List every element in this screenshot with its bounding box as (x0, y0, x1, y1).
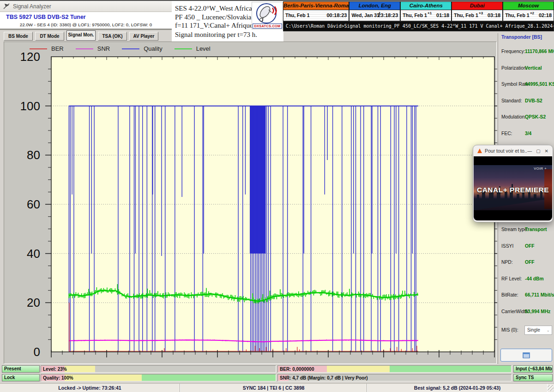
row-label: FEC: (501, 131, 512, 136)
quality-bar: Quality: 100% (41, 374, 276, 381)
svg-text:60: 60 (27, 197, 40, 211)
clock-time-cell: Thu, Feb 1 +1 01:18 (400, 10, 452, 21)
svg-text:120: 120 (20, 50, 40, 64)
popup-title: Pour tout voir et to... (485, 148, 527, 154)
clock-time-cell: Wed, Jan 31 -1 23:18:23 (349, 10, 400, 21)
minimize-button[interactable]: — (527, 148, 532, 154)
satellite-name: SES 4-22.0°W_West Africa (175, 5, 252, 12)
console-path: C:\Users\Roman Dávid>Signal monitoring_P… (283, 21, 554, 31)
transponder-rows-bottom: Stream type: Transport ISSYI OFF NPD: OF… (498, 220, 554, 319)
row-label: BitRate: (501, 292, 518, 297)
transponder-row: RF Level: -44 dBm (498, 270, 554, 286)
svg-text:40: 40 (27, 247, 40, 261)
row-label: Standard: (501, 98, 522, 103)
video-player[interactable]: VOIR + CANAL+ PREMIERE (474, 156, 552, 220)
clock-city: Moscow (503, 1, 554, 10)
transponder-row: CarrierWidth: 53,994 MHz (498, 303, 554, 319)
transponder-row: ISSYI OFF (498, 237, 554, 254)
chart-svg: 020406080100120 (4, 42, 497, 364)
row-value: -44 dBm (525, 276, 544, 281)
maximize-button[interactable]: ▢ (536, 148, 540, 154)
row-value: 44995,501 KS/s (525, 82, 554, 87)
transponder-rows-top: Frequency: 11170,866 MHz Polarization: V… (498, 42, 554, 157)
clock-column: Moscow Thu, Feb 1 +2 02:18 (503, 1, 554, 21)
clock-time: 23:18:23 (378, 12, 398, 18)
popup-titlebar[interactable]: Pour tout voir et to... — ▢ ✕ (473, 145, 553, 156)
row-label: NPD: (501, 260, 513, 265)
ts-table-icon (523, 352, 530, 358)
row-value: OFF (525, 244, 535, 249)
titlebar[interactable]: Signal Analyzer (0, 1, 172, 12)
clock-time-cell: Thu, Feb 1 +3 03:18 (452, 10, 503, 21)
app-antenna-icon (3, 3, 10, 9)
transponder-row: Polarization: Vertical (498, 59, 554, 76)
frequency-channel: f=11 171_V:Canal+ Afrique (175, 22, 253, 30)
level-bar-label: Level: 23% (43, 366, 67, 373)
transponder-row: Standard: DVB-S2 (498, 92, 554, 108)
clock-column: Berlin-Paris-Vienna-Roma Thu, Feb 1 00:1… (283, 1, 349, 21)
mis-dropdown[interactable]: Single ⌄ (524, 326, 552, 335)
mis-selected-value: Single (527, 327, 540, 333)
meter-segment (327, 366, 390, 372)
row-label: Stream type: (501, 227, 528, 232)
mode-tab[interactable]: TSA (OK) (98, 32, 127, 41)
meter-segment (65, 366, 95, 372)
sync-ts-indicator: Sync TS (513, 374, 553, 381)
transport-panel-button[interactable] (500, 349, 552, 362)
clock-utc-offset: +1 (428, 11, 432, 15)
row-label: ISSYI (501, 244, 513, 249)
svg-text:0: 0 (34, 345, 40, 359)
close-button[interactable]: ✕ (545, 148, 548, 154)
level-bar: Level: 23% (41, 365, 276, 373)
meter-segment (65, 374, 142, 381)
mode-tabs: BS ModeDT ModeSignal Mon.TSA (OK)AV Play… (0, 30, 172, 42)
clock-date: Thu, Feb 1 (505, 12, 530, 18)
world-clocks: Berlin-Paris-Vienna-Roma Thu, Feb 1 00:1… (283, 1, 554, 21)
satellite-dish-icon (252, 2, 283, 24)
resize-grip[interactable] (548, 385, 554, 391)
row-value: DVB-S2 (525, 98, 542, 103)
mode-tab[interactable]: AV Player (129, 32, 158, 41)
clock-column: London, Eng Wed, Jan 31 -1 23:18:23 (349, 1, 400, 21)
clock-time: 00:18:23 (326, 12, 347, 18)
transponder-title: Transponder [BS] (501, 34, 542, 40)
signal-chart-panel: BER SNR Quality Level 020406080100120 (4, 42, 497, 364)
meter-segment (142, 374, 276, 381)
row-label: RF Level: (501, 276, 522, 281)
clock-time-cell: Thu, Feb 1 00:18:23 (283, 10, 349, 21)
transponder-row: Stream type: Transport (498, 220, 554, 237)
svg-text:20: 20 (27, 296, 40, 309)
mode-tab[interactable]: Signal Mon. (66, 30, 96, 41)
clock-time: 02:18 (539, 12, 552, 18)
snr-bar: SNR: 4,7 dB (Margin: 0,7 dB | Very Poor) (277, 374, 512, 381)
transponder-row: FEC: 3/4 (498, 125, 554, 141)
snr-bar-label: SNR: 4,7 dB (Margin: 0,7 dB | Very Poor) (280, 374, 368, 381)
clock-date: Thu, Feb 1 (285, 12, 310, 18)
row-label: Polarization: (501, 65, 528, 71)
chevron-down-icon: ⌄ (546, 326, 550, 334)
tuner-details: 22.0W - SES 4 (ID: 3380) @ LOF1: 9750000… (0, 22, 172, 27)
vlc-popup-window[interactable]: Pour tout voir et to... — ▢ ✕ VOIR + CAN… (473, 145, 553, 222)
transponder-row: NPD: OFF (498, 253, 554, 270)
clock-utc-offset: +2 (530, 11, 534, 15)
input-rate-indicator: Input (~63,84 Mbps) (513, 365, 553, 373)
clock-date: Thu, Feb 1 (403, 12, 427, 18)
transponder-row: Frequency: 11170,866 MHz (498, 42, 554, 59)
clock-column: Dubai Thu, Feb 1 +3 03:18 (452, 1, 503, 21)
vlc-cone-icon (477, 148, 482, 153)
uptime-status: Locked -> Uptime: 73:26:41 (0, 384, 180, 392)
mode-tab[interactable]: BS Mode (4, 32, 33, 41)
clock-time: 01:18 (436, 12, 449, 18)
row-label: Frequency: (501, 49, 525, 54)
dxsatcs-logo: DXSATCS.COM (252, 2, 283, 30)
clock-utc-offset: +3 (479, 11, 483, 15)
mode-tab[interactable]: DT Mode (35, 32, 64, 41)
meter-segment (95, 366, 276, 372)
row-label: Modulation: (501, 114, 526, 119)
dxsatcs-logo-text: DXSATCS.COM (253, 24, 282, 29)
dish-location: PF 450 _ Lucenec/Slovakia (175, 13, 251, 21)
mis-label: MIS (0): (501, 327, 518, 333)
row-value: 53,994 MHz (525, 309, 551, 314)
transponder-row: BitRate: 66,711 Mbit/s (498, 286, 554, 303)
statusbar: Locked -> Uptime: 73:26:41 SYNC 184 | TE… (0, 383, 554, 392)
